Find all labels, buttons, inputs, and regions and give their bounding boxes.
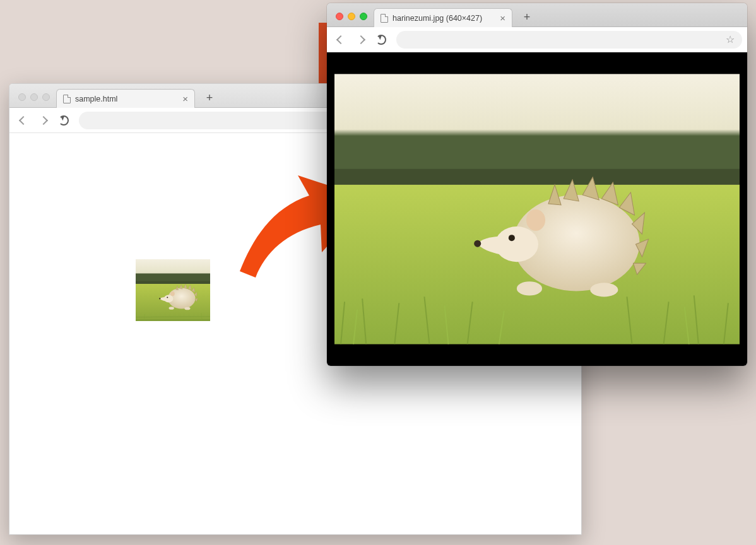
browser-toolbar: ☆ <box>327 27 747 52</box>
window-traffic-lights <box>15 93 56 107</box>
close-window-icon[interactable] <box>18 93 26 101</box>
zoom-window-icon[interactable] <box>42 93 50 101</box>
plus-icon: + <box>206 91 213 105</box>
arrow-left-icon <box>19 115 28 124</box>
address-bar[interactable]: ☆ <box>396 31 742 49</box>
new-tab-button[interactable]: + <box>519 9 535 25</box>
close-tab-icon[interactable]: × <box>182 94 188 103</box>
tab-title: sample.html <box>75 95 178 103</box>
svg-point-36 <box>509 235 515 241</box>
back-button[interactable] <box>332 31 350 49</box>
forward-button[interactable] <box>35 112 52 129</box>
zoom-window-icon[interactable] <box>360 13 367 20</box>
tab-title: harinezumi.jpg (640×427) <box>393 14 495 23</box>
minimize-window-icon[interactable] <box>30 93 38 101</box>
back-button[interactable] <box>15 112 32 129</box>
svg-point-12 <box>170 291 174 296</box>
thumbnail-image-link[interactable] <box>136 259 210 321</box>
svg-rect-0 <box>136 259 210 284</box>
window-traffic-lights <box>332 13 374 26</box>
tab-bar: harinezumi.jpg (640×427) × + <box>327 3 747 27</box>
new-tab-button[interactable]: + <box>201 90 218 106</box>
file-icon <box>63 95 71 103</box>
browser-window-foreground: harinezumi.jpg (640×427) × + ☆ <box>327 3 747 366</box>
svg-point-34 <box>495 226 538 262</box>
svg-point-35 <box>526 209 545 231</box>
svg-rect-17 <box>334 74 740 185</box>
close-tab-icon[interactable]: × <box>500 13 505 23</box>
svg-point-15 <box>169 307 174 310</box>
svg-point-39 <box>590 283 618 296</box>
minimize-window-icon[interactable] <box>348 13 355 20</box>
reload-button[interactable] <box>372 31 390 49</box>
file-icon <box>381 14 388 23</box>
close-window-icon[interactable] <box>336 13 343 20</box>
reload-icon <box>376 35 386 45</box>
plus-icon: + <box>524 11 531 24</box>
arrow-left-icon <box>336 35 345 44</box>
svg-point-14 <box>159 298 160 299</box>
hedgehog-image <box>334 60 740 358</box>
reload-button[interactable] <box>55 112 73 129</box>
svg-point-37 <box>474 240 481 247</box>
bookmark-star-icon[interactable]: ☆ <box>726 33 735 45</box>
reload-icon <box>59 115 69 126</box>
hedgehog-thumbnail <box>136 259 210 321</box>
forward-button[interactable] <box>352 31 370 49</box>
svg-point-13 <box>167 297 168 298</box>
svg-point-38 <box>517 281 542 295</box>
browser-tab[interactable]: harinezumi.jpg (640×427) × <box>374 8 512 27</box>
browser-tab[interactable]: sample.html × <box>56 89 195 108</box>
image-viewer-content <box>327 52 747 366</box>
svg-point-11 <box>164 295 174 302</box>
arrow-right-icon <box>357 35 365 44</box>
svg-point-16 <box>184 307 190 310</box>
arrow-right-icon <box>39 115 48 124</box>
